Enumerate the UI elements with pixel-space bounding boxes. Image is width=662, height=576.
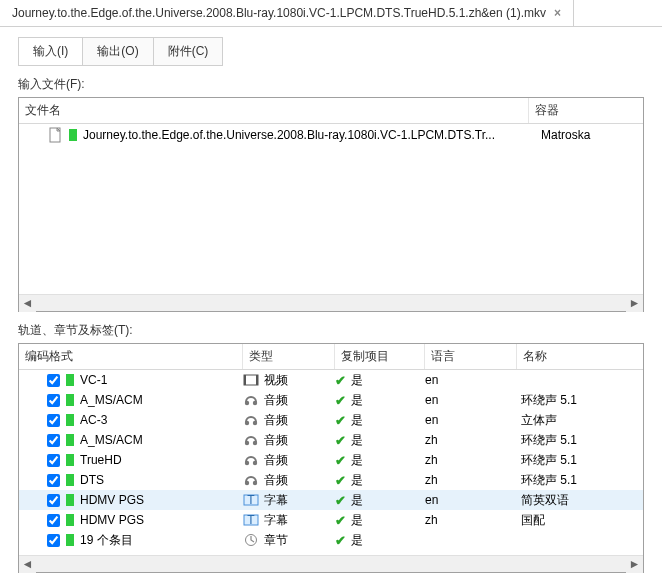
- svg-point-13: [253, 461, 257, 465]
- track-row[interactable]: DTS音频✔是zh环绕声 5.1: [19, 470, 643, 490]
- status-icon: [66, 454, 74, 466]
- track-checkbox[interactable]: [47, 394, 60, 407]
- track-type: 视频: [264, 372, 288, 389]
- status-icon: [66, 474, 74, 486]
- track-codec: 19 个条目: [80, 532, 133, 549]
- track-codec: HDMV PGS: [80, 513, 144, 527]
- input-files-label: 输入文件(F):: [18, 76, 644, 93]
- track-checkbox[interactable]: [47, 434, 60, 447]
- track-row[interactable]: A_MS/ACM音频✔是en环绕声 5.1: [19, 390, 643, 410]
- files-body: Journey.to.the.Edge.of.the.Universe.2008…: [19, 124, 643, 294]
- svg-point-15: [253, 481, 257, 485]
- subtitle-icon: T: [243, 513, 259, 527]
- track-type: 字幕: [264, 492, 288, 509]
- track-name: 国配: [517, 512, 643, 529]
- track-codec: HDMV PGS: [80, 493, 144, 507]
- track-checkbox[interactable]: [47, 374, 60, 387]
- track-type: 章节: [264, 532, 288, 549]
- svg-point-11: [253, 441, 257, 445]
- track-name: 简英双语: [517, 492, 643, 509]
- status-icon: [66, 494, 74, 506]
- svg-text:T: T: [247, 493, 255, 507]
- tracks-header-type[interactable]: 类型: [243, 344, 335, 369]
- track-lang: en: [425, 393, 517, 407]
- tracks-hscroll[interactable]: ◄ ►: [19, 555, 643, 572]
- track-lang: en: [425, 413, 517, 427]
- track-checkbox[interactable]: [47, 454, 60, 467]
- scroll-right-icon[interactable]: ►: [626, 556, 643, 573]
- status-icon: [69, 129, 77, 141]
- svg-point-10: [245, 441, 249, 445]
- check-icon: ✔: [335, 373, 346, 388]
- file-name: Journey.to.the.Edge.of.the.Universe.2008…: [83, 128, 495, 142]
- track-copy: 是: [351, 532, 363, 549]
- file-row[interactable]: Journey.to.the.Edge.of.the.Universe.2008…: [19, 124, 643, 146]
- audio-icon: [243, 433, 259, 447]
- files-header-container[interactable]: 容器: [529, 98, 643, 123]
- files-header-filename[interactable]: 文件名: [19, 98, 529, 123]
- tracks-header-copy[interactable]: 复制项目: [335, 344, 425, 369]
- status-icon: [66, 534, 74, 546]
- close-icon[interactable]: ×: [554, 6, 561, 20]
- track-checkbox[interactable]: [47, 414, 60, 427]
- track-codec: AC-3: [80, 413, 107, 427]
- svg-point-6: [245, 401, 249, 405]
- track-name: 环绕声 5.1: [517, 432, 643, 449]
- tracks-header-name[interactable]: 名称: [517, 344, 643, 369]
- track-lang: zh: [425, 473, 517, 487]
- track-codec: A_MS/ACM: [80, 393, 143, 407]
- svg-point-12: [245, 461, 249, 465]
- tab-output[interactable]: 输出(O): [83, 38, 153, 65]
- svg-point-8: [245, 421, 249, 425]
- chapter-icon: [243, 533, 259, 547]
- audio-icon: [243, 393, 259, 407]
- scroll-right-icon[interactable]: ►: [626, 295, 643, 312]
- track-checkbox[interactable]: [47, 474, 60, 487]
- track-row[interactable]: HDMV PGST字幕✔是zh国配: [19, 510, 643, 530]
- track-lang: zh: [425, 513, 517, 527]
- track-row[interactable]: HDMV PGST字幕✔是en简英双语: [19, 490, 643, 510]
- track-row[interactable]: VC-1视频✔是en: [19, 370, 643, 390]
- track-copy: 是: [351, 432, 363, 449]
- tab-input[interactable]: 输入(I): [19, 38, 83, 65]
- track-copy: 是: [351, 412, 363, 429]
- sub-tab-bar: 输入(I) 输出(O) 附件(C): [18, 37, 223, 66]
- file-tab-title: Journey.to.the.Edge.of.the.Universe.2008…: [12, 6, 546, 20]
- track-checkbox[interactable]: [47, 534, 60, 547]
- check-icon: ✔: [335, 413, 346, 428]
- scroll-left-icon[interactable]: ◄: [19, 295, 36, 312]
- file-tab[interactable]: Journey.to.the.Edge.of.the.Universe.2008…: [0, 0, 574, 26]
- scroll-left-icon[interactable]: ◄: [19, 556, 36, 573]
- track-type: 音频: [264, 452, 288, 469]
- status-icon: [66, 514, 74, 526]
- svg-point-9: [253, 421, 257, 425]
- tracks-table: 编码格式 类型 复制项目 语言 名称 VC-1视频✔是enA_MS/ACM音频✔…: [18, 343, 644, 573]
- status-icon: [66, 434, 74, 446]
- track-name: 环绕声 5.1: [517, 392, 643, 409]
- track-row[interactable]: TrueHD音频✔是zh环绕声 5.1: [19, 450, 643, 470]
- status-icon: [66, 414, 74, 426]
- tracks-body: VC-1视频✔是enA_MS/ACM音频✔是en环绕声 5.1AC-3音频✔是e…: [19, 370, 643, 555]
- track-row[interactable]: A_MS/ACM音频✔是zh环绕声 5.1: [19, 430, 643, 450]
- svg-rect-2: [244, 375, 246, 385]
- track-checkbox[interactable]: [47, 494, 60, 507]
- audio-icon: [243, 453, 259, 467]
- svg-rect-1: [244, 375, 258, 385]
- files-table: 文件名 容器 Journey.to.the.Edge.of.the.Univer…: [18, 97, 644, 312]
- files-hscroll[interactable]: ◄ ►: [19, 294, 643, 311]
- subtitle-icon: T: [243, 493, 259, 507]
- tracks-header-codec[interactable]: 编码格式: [19, 344, 243, 369]
- track-type: 字幕: [264, 512, 288, 529]
- track-copy: 是: [351, 452, 363, 469]
- tab-attachments[interactable]: 附件(C): [154, 38, 223, 65]
- check-icon: ✔: [335, 393, 346, 408]
- track-copy: 是: [351, 372, 363, 389]
- file-tab-bar: Journey.to.the.Edge.of.the.Universe.2008…: [0, 0, 662, 27]
- track-row[interactable]: AC-3音频✔是en立体声: [19, 410, 643, 430]
- audio-icon: [243, 473, 259, 487]
- tracks-header-lang[interactable]: 语言: [425, 344, 517, 369]
- track-checkbox[interactable]: [47, 514, 60, 527]
- svg-text:T: T: [247, 513, 255, 527]
- track-codec: A_MS/ACM: [80, 433, 143, 447]
- track-row[interactable]: 19 个条目章节✔是: [19, 530, 643, 550]
